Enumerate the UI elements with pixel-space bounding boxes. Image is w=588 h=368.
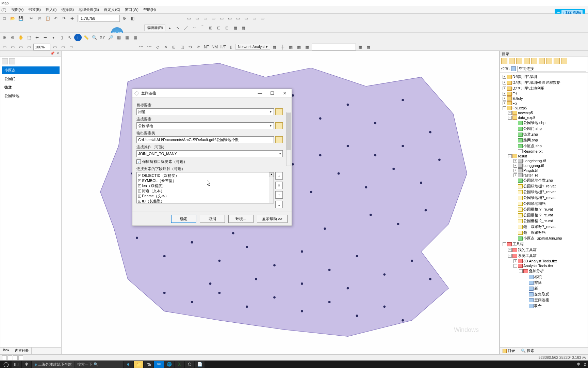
editor-dropdown[interactable]: 编辑器(R) — [144, 25, 165, 31]
fieldmap-item[interactable]: +街道（文本） — [137, 188, 268, 194]
catalog-connect-icon[interactable] — [524, 58, 530, 64]
toolbar-icon[interactable]: ▭ — [67, 43, 75, 51]
tree-node[interactable]: 公园栅格.?_re.vat — [501, 218, 586, 224]
target-features-combo[interactable]: 街道▼ — [136, 108, 274, 115]
catalog-tab[interactable]: 目录 — [500, 348, 518, 354]
add-field-button[interactable]: + — [275, 172, 283, 180]
fieldmap-scrollbar[interactable]: ▲ — [269, 172, 274, 203]
expand-icon[interactable]: + — [138, 174, 141, 177]
expand-icon[interactable]: + — [513, 159, 517, 163]
edge-icon[interactable]: e — [124, 361, 133, 368]
output-path-input[interactable] — [136, 136, 274, 143]
mail-icon[interactable]: ✉ — [154, 361, 164, 368]
expand-icon[interactable]: + — [508, 111, 512, 115]
menu-select[interactable]: 选择(S) — [61, 7, 74, 12]
tree-node[interactable]: -F:\1exp5 — [501, 106, 586, 110]
scale-input[interactable] — [79, 15, 120, 22]
toc-layer-item[interactable]: 街道 — [2, 83, 60, 91]
catalog-home-icon[interactable] — [516, 58, 522, 64]
tree-node[interactable]: 标识 — [501, 274, 586, 280]
expand-icon[interactable]: + — [513, 173, 517, 177]
tree-node[interactable]: +D:\李川平\土地利用 — [501, 86, 586, 91]
layer-dropdown-button[interactable]: ▾ — [50, 34, 57, 41]
keep-all-checkbox[interactable]: ✓ — [136, 159, 141, 164]
expand-icon[interactable]: + — [503, 81, 506, 85]
expand-icon[interactable]: + — [503, 97, 506, 101]
find-route-button[interactable]: 🔎 — [107, 34, 114, 41]
tree-node[interactable]: 空间连接 — [501, 297, 586, 303]
full-extent-button[interactable]: ⬚ — [25, 34, 33, 41]
menu-window[interactable]: 窗口(W) — [125, 7, 138, 12]
tree-node[interactable]: 公园绿地栅?_re.vat — [501, 189, 586, 195]
toolbar-icon[interactable]: ⚙ — [120, 15, 128, 22]
app-icon[interactable]: ⬡ — [185, 361, 194, 368]
catalog-refresh-icon[interactable] — [531, 58, 537, 64]
toolbar-icon[interactable]: ▦ — [357, 43, 364, 51]
toc-tab[interactable]: 内容列表 — [12, 348, 32, 354]
editor-tool[interactable]: ▦ — [240, 24, 247, 32]
move-up-button[interactable]: ↑ — [275, 191, 283, 199]
toc-view-icon[interactable] — [2, 58, 8, 64]
expand-icon[interactable]: - — [503, 106, 506, 110]
fieldmap-item[interactable]: +ID（长整型） — [137, 199, 268, 203]
add-data-button[interactable]: ✚ — [68, 15, 76, 22]
toolbar-icon[interactable]: ▭ — [185, 15, 193, 22]
toolbar-icon[interactable]: ┼ — [279, 43, 287, 51]
expand-icon[interactable]: + — [138, 195, 141, 198]
pan-button[interactable]: ✋ — [17, 34, 24, 41]
toolbar-icon[interactable]: ▦ — [304, 43, 311, 51]
toolbar-icon[interactable]: ▭ — [226, 15, 233, 22]
toolbar-icon[interactable]: ▭ — [59, 43, 67, 51]
tree-node[interactable]: 鐘 叙躍呀格 — [501, 230, 586, 235]
catalog-icon[interactable] — [539, 58, 545, 64]
browse-button[interactable] — [275, 136, 283, 143]
tree-node[interactable]: 公园门.shp — [501, 126, 586, 132]
join-operation-combo[interactable]: JOIN_ONE_TO_MANY▾ — [136, 150, 283, 157]
network-analyst-dropdown[interactable]: Network Analyst ▾ — [235, 44, 270, 50]
tree-node[interactable]: 公园栅格.?_re.vat — [501, 212, 586, 218]
menu-customize[interactable]: 自定义(C) — [104, 7, 120, 12]
expand-icon[interactable]: + — [503, 87, 506, 90]
editor-tool[interactable]: ↖ — [174, 24, 182, 32]
toolbar-icon[interactable]: ▭ — [25, 43, 33, 51]
expand-icon[interactable]: - — [503, 242, 506, 246]
menu-geoprocessing[interactable]: 地理处理(G) — [79, 7, 99, 12]
expand-icon[interactable]: + — [503, 75, 506, 79]
expand-icon[interactable]: + — [513, 169, 517, 172]
na-window-button[interactable]: ▦ — [271, 43, 278, 51]
toolbar-icon[interactable]: ◫ — [178, 43, 186, 51]
toolbar-icon[interactable]: ▯ — [227, 43, 235, 51]
identify-button[interactable]: i — [74, 34, 82, 41]
close-icon[interactable]: ✕ — [55, 51, 60, 56]
toolbar-icon[interactable]: ▭ — [242, 15, 250, 22]
tree-node[interactable]: +E:\toly — [501, 96, 586, 101]
scroll-up-icon[interactable]: ▲ — [269, 172, 274, 177]
tree-node[interactable]: +Longgang.tif — [501, 163, 586, 168]
toolbar-icon[interactable]: ⟲ — [186, 43, 194, 51]
toolbar-icon[interactable]: ▭ — [1, 43, 8, 51]
tree-node[interactable]: 小区点_SpatialJoin.shp — [501, 235, 586, 241]
tree-node[interactable]: 路网.shp — [501, 137, 586, 143]
paste-button[interactable]: 📋 — [44, 15, 51, 22]
ime-indicator[interactable]: 中 — [577, 362, 581, 367]
app-icon[interactable]: 📄 — [195, 361, 205, 368]
cut-button[interactable]: ✂ — [28, 15, 35, 22]
toolbar-icon[interactable]: ▦ — [365, 43, 372, 51]
toc-layer-item[interactable]: 小区点 — [2, 66, 60, 74]
excel-icon[interactable]: X — [175, 361, 184, 368]
toolbar-icon[interactable]: NM — [211, 43, 218, 51]
tree-node[interactable]: 鐘 叙躍呀?_re.vat — [501, 224, 586, 230]
expand-icon[interactable]: - — [508, 254, 512, 258]
toolbar-icon[interactable]: ⟳ — [195, 43, 202, 51]
catalog-icon[interactable] — [554, 58, 560, 64]
toolbar-icon[interactable]: H/T — [219, 43, 227, 51]
editor-tool[interactable]: ⊞ — [223, 24, 231, 32]
expand-icon[interactable]: - — [519, 269, 523, 273]
expand-icon[interactable]: + — [513, 259, 517, 263]
tree-node[interactable]: +E:\ — [501, 91, 586, 96]
tree-node[interactable]: 公园绿地个数.shp — [501, 178, 586, 183]
show-help-button[interactable]: 显示帮助 >> — [257, 215, 288, 223]
tree-node[interactable]: 擦除 — [501, 280, 586, 286]
toolbar-icon[interactable]: ▦ — [115, 34, 122, 41]
environments-button[interactable]: 环境... — [228, 215, 254, 223]
